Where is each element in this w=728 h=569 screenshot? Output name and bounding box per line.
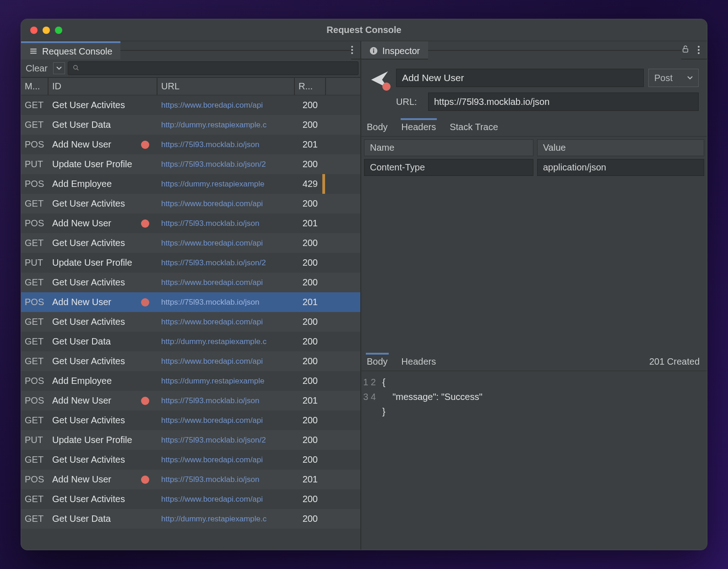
table-row[interactable]: GETGet User Activiteshttps://www.boredap… bbox=[21, 489, 360, 509]
response-tabs-row: Body Headers 201 Created bbox=[361, 352, 707, 371]
request-name-input[interactable] bbox=[396, 69, 644, 87]
cell-method: GET bbox=[21, 233, 49, 253]
inspector-menu-button[interactable] bbox=[698, 46, 700, 54]
table-row[interactable]: GETGet User Activiteshttps://www.boredap… bbox=[21, 233, 360, 253]
result-bar bbox=[322, 312, 325, 332]
cell-method: GET bbox=[21, 115, 49, 135]
cell-result: 200 bbox=[295, 509, 322, 529]
url-input[interactable] bbox=[428, 93, 699, 111]
col-method[interactable]: M... bbox=[21, 78, 49, 95]
cell-result: 200 bbox=[295, 194, 322, 213]
table-row[interactable]: PUTUpdate User Profilehttps://75l93.mock… bbox=[21, 253, 360, 273]
table-row[interactable]: GETGet User Activiteshttps://www.boredap… bbox=[21, 95, 360, 115]
result-bar bbox=[322, 273, 325, 292]
table-row[interactable]: GETGet User Activiteshttps://www.boredap… bbox=[21, 273, 360, 292]
method-select[interactable]: Post bbox=[648, 69, 699, 87]
inspector-pane: Inspector bbox=[361, 41, 707, 550]
lock-icon[interactable] bbox=[681, 45, 690, 55]
table-row[interactable]: POSAdd New Userhttps://75l93.mocklab.io/… bbox=[21, 391, 360, 410]
close-window-button[interactable] bbox=[30, 27, 38, 34]
response-body[interactable]: 1 2 3 4 { "message": "Success" } bbox=[361, 371, 707, 550]
cell-url: https://www.boredapi.com/api bbox=[158, 450, 295, 470]
tab-menu-button[interactable] bbox=[351, 46, 353, 54]
table-row[interactable]: PUTUpdate User Profilehttps://75l93.mock… bbox=[21, 154, 360, 174]
search-input[interactable] bbox=[68, 61, 359, 75]
list-icon bbox=[29, 47, 38, 55]
subtab-body[interactable]: Body bbox=[366, 118, 389, 136]
table-row[interactable]: GETGet User Activiteshttps://www.boredap… bbox=[21, 194, 360, 213]
header-name[interactable]: Content-Type bbox=[364, 159, 533, 176]
col-url[interactable]: URL bbox=[158, 78, 295, 95]
minimize-window-button[interactable] bbox=[43, 27, 50, 34]
inspector-body: Post URL: Body Headers Stack Trace bbox=[361, 60, 707, 550]
filter-dropdown[interactable] bbox=[53, 62, 65, 74]
table-row[interactable]: POSAdd New Userhttps://75l93.mocklab.io/… bbox=[21, 135, 360, 154]
cell-id: Add New User bbox=[49, 470, 158, 489]
subtab-headers[interactable]: Headers bbox=[401, 118, 437, 136]
table-row[interactable]: POSAdd Employeehttps://dummy.restapiexam… bbox=[21, 174, 360, 194]
app-window: Request Console Request Console Clear bbox=[21, 19, 707, 550]
table-row[interactable]: GETGet User Activiteshttps://www.boredap… bbox=[21, 312, 360, 332]
cell-result: 200 bbox=[295, 351, 322, 371]
cell-url: https://75l93.mocklab.io/json/2 bbox=[158, 253, 295, 273]
cell-method: POS bbox=[21, 174, 49, 194]
cell-url: https://www.boredapi.com/api bbox=[158, 273, 295, 292]
table-row[interactable]: POSAdd Employeehttps://dummy.restapiexam… bbox=[21, 371, 360, 391]
cell-url: https://75l93.mocklab.io/json bbox=[158, 470, 295, 489]
cell-id: Get User Data bbox=[49, 509, 158, 529]
request-table[interactable]: GETGet User Activiteshttps://www.boredap… bbox=[21, 95, 360, 550]
request-subtabs: Body Headers Stack Trace bbox=[361, 117, 707, 137]
left-tab-row: Request Console bbox=[21, 41, 360, 60]
result-bar bbox=[322, 95, 325, 115]
table-row[interactable]: GETGet User Datahttp://dummy.restapiexam… bbox=[21, 509, 360, 529]
col-result[interactable]: R... bbox=[295, 78, 326, 95]
cell-id: Add New User bbox=[49, 213, 158, 233]
result-bar bbox=[322, 174, 325, 194]
cell-method: GET bbox=[21, 410, 49, 430]
cell-id: Get User Activites bbox=[49, 95, 158, 115]
table-row[interactable]: GETGet User Activiteshttps://www.boredap… bbox=[21, 450, 360, 470]
result-bar bbox=[322, 450, 325, 470]
cell-url: https://www.boredapi.com/api bbox=[158, 312, 295, 332]
header-col-name: Name bbox=[364, 139, 533, 156]
status-dot bbox=[141, 476, 149, 484]
cell-id: Get User Activites bbox=[49, 410, 158, 430]
clear-button[interactable]: Clear bbox=[23, 61, 50, 76]
toolbar: Clear bbox=[21, 60, 360, 78]
table-row[interactable]: GETGet User Datahttp://dummy.restapiexam… bbox=[21, 332, 360, 351]
table-row[interactable]: POSAdd New Userhttps://75l93.mocklab.io/… bbox=[21, 213, 360, 233]
table-row[interactable]: PUTUpdate User Profilehttps://75l93.mock… bbox=[21, 430, 360, 450]
cell-result: 200 bbox=[295, 115, 322, 135]
cell-url: https://www.boredapi.com/api bbox=[158, 410, 295, 430]
result-bar bbox=[322, 410, 325, 430]
col-id[interactable]: ID bbox=[49, 78, 158, 95]
cell-method: PUT bbox=[21, 430, 49, 450]
result-bar bbox=[322, 351, 325, 371]
header-row[interactable]: Content-Typeapplication/json bbox=[364, 159, 704, 176]
table-row[interactable]: POSAdd New Userhttps://75l93.mocklab.io/… bbox=[21, 470, 360, 489]
cell-method: GET bbox=[21, 95, 49, 115]
table-row[interactable]: GETGet User Datahttp://dummy.restapiexam… bbox=[21, 115, 360, 135]
resp-tab-headers[interactable]: Headers bbox=[401, 353, 437, 371]
cell-id: Add New User bbox=[49, 135, 158, 154]
cell-method: POS bbox=[21, 213, 49, 233]
cell-url: http://dummy.restapiexample.c bbox=[158, 332, 295, 351]
subtab-stacktrace[interactable]: Stack Trace bbox=[449, 118, 499, 136]
cell-url: http://dummy.restapiexample.c bbox=[158, 509, 295, 529]
cell-url: https://www.boredapi.com/api bbox=[158, 351, 295, 371]
cell-result: 200 bbox=[295, 233, 322, 253]
table-row[interactable]: POSAdd New Userhttps://75l93.mocklab.io/… bbox=[21, 292, 360, 312]
resp-tab-body[interactable]: Body bbox=[366, 353, 389, 371]
result-bar bbox=[322, 371, 325, 391]
result-bar bbox=[322, 233, 325, 253]
titlebar: Request Console bbox=[21, 19, 707, 41]
table-row[interactable]: GETGet User Activiteshttps://www.boredap… bbox=[21, 351, 360, 371]
tab-request-console[interactable]: Request Console bbox=[21, 41, 120, 60]
maximize-window-button[interactable] bbox=[55, 27, 62, 34]
header-value[interactable]: application/json bbox=[537, 159, 704, 176]
cell-url: https://www.boredapi.com/api bbox=[158, 489, 295, 509]
table-row[interactable]: GETGet User Activiteshttps://www.boredap… bbox=[21, 410, 360, 430]
tab-inspector[interactable]: Inspector bbox=[361, 41, 428, 60]
request-console-pane: Request Console Clear M.. bbox=[21, 41, 361, 550]
cell-method: GET bbox=[21, 273, 49, 292]
